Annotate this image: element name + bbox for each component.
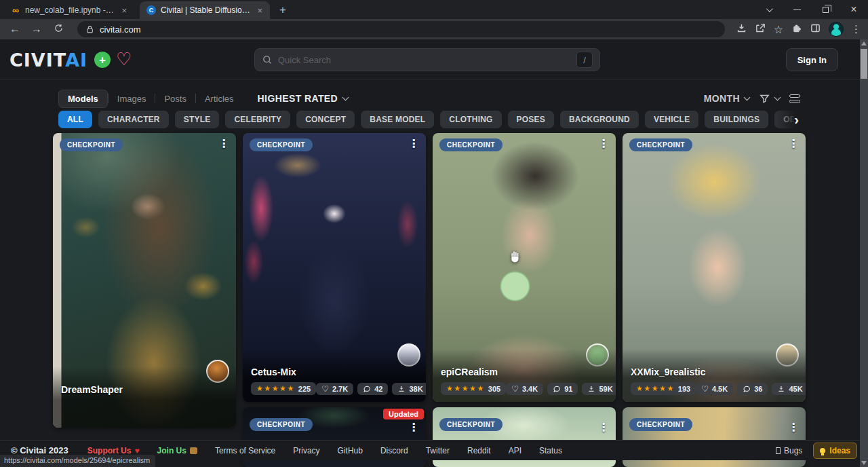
minimize-button[interactable] xyxy=(783,0,811,19)
footer-link-support[interactable]: Support Us♥ xyxy=(87,446,140,455)
comment-icon xyxy=(553,385,561,393)
create-plus-button[interactable]: + xyxy=(94,52,111,68)
chip-character[interactable]: CHARACTER xyxy=(98,111,169,128)
bookmark-star-icon[interactable]: ☆ xyxy=(774,23,783,36)
tab-close-icon[interactable]: × xyxy=(119,5,129,16)
back-icon[interactable]: ← xyxy=(7,23,23,35)
model-card-dreamshaper[interactable]: CHECKPOINT ⋮ DreamShaper xyxy=(53,133,236,428)
search-icon xyxy=(262,54,273,65)
browser-menu-icon[interactable]: ⋮ xyxy=(851,23,861,35)
mouse-cursor xyxy=(509,248,521,266)
favorites-heart-icon[interactable]: ♡ xyxy=(116,49,132,70)
footer-link-api[interactable]: API xyxy=(509,446,521,455)
address-bar[interactable]: civitai.com xyxy=(77,21,725,37)
category-chips: ALL CHARACTER STYLE CELEBRITY CONCEPT BA… xyxy=(58,111,794,129)
chip-all[interactable]: ALL xyxy=(58,111,92,128)
share-icon[interactable] xyxy=(755,22,766,37)
extensions-puzzle-icon[interactable] xyxy=(791,22,802,37)
model-card-xxmix[interactable]: CHECKPOINT ⋮ XXMix_9realistic ★★★★★193 ♡… xyxy=(623,133,806,402)
chips-scroll-right-icon[interactable]: › xyxy=(794,111,799,128)
browser-tab-colab[interactable]: ∞ new_colab_file.ipynb - Colaborat × xyxy=(4,1,134,19)
footer-link-twitter[interactable]: Twitter xyxy=(426,446,450,455)
tab-title: new_colab_file.ipynb - Colaborat xyxy=(25,5,115,15)
chip-clothing[interactable]: CLOTHING xyxy=(440,111,501,128)
reload-icon[interactable] xyxy=(50,23,66,36)
chevron-down-icon xyxy=(342,94,349,100)
chevron-down-icon xyxy=(744,94,751,100)
footer-link-status[interactable]: Status xyxy=(539,446,562,455)
footer-link-github[interactable]: GitHub xyxy=(338,446,363,455)
download-icon xyxy=(397,385,406,393)
model-title: Cetus-Mix xyxy=(251,367,418,377)
forward-icon[interactable]: → xyxy=(28,23,45,35)
chip-vehicle[interactable]: VEHICLE xyxy=(645,111,698,128)
new-tab-button[interactable]: + xyxy=(274,1,292,19)
tab-articles[interactable]: Articles xyxy=(196,90,243,107)
scrollbar-up-icon[interactable] xyxy=(861,41,867,45)
checkpoint-badge: CHECKPOINT xyxy=(250,418,313,431)
chip-celebrity[interactable]: CELEBRITY xyxy=(225,111,290,128)
tab-images[interactable]: Images xyxy=(108,90,155,107)
link-preview-statusbar: https://civitai.com/models/25694/epicrea… xyxy=(0,455,155,467)
tab-search-chevron-icon[interactable] xyxy=(754,0,783,19)
rating-count: 225 xyxy=(298,385,311,393)
side-panel-icon[interactable] xyxy=(810,22,821,37)
browser-tabstrip: ∞ new_colab_file.ipynb - Colaborat × C C… xyxy=(0,0,868,19)
quick-search[interactable]: / xyxy=(254,48,600,71)
card-menu-icon[interactable]: ⋮ xyxy=(406,421,422,434)
scrollbar-down-icon[interactable] xyxy=(861,461,867,465)
browser-tab-civitai[interactable]: C Civitai | Stable Diffusion models, × xyxy=(140,1,270,19)
sort-dropdown[interactable]: HIGHEST RATED xyxy=(258,93,349,104)
footer-link-discord[interactable]: Discord xyxy=(380,446,408,455)
tab-models[interactable]: Models xyxy=(58,90,108,108)
footer-link-join[interactable]: Join Us xyxy=(157,446,197,455)
checkpoint-badge: CHECKPOINT xyxy=(629,138,692,151)
comments-pill: 42 xyxy=(357,383,388,395)
search-input[interactable] xyxy=(278,55,571,65)
period-dropdown[interactable]: MONTH xyxy=(704,93,749,104)
ideas-button[interactable]: Ideas xyxy=(813,443,857,459)
toolbar-icons: ☆ ⋮ xyxy=(736,22,861,37)
copyright-text: © Civitai 2023 xyxy=(11,445,68,455)
chip-poses[interactable]: POSES xyxy=(508,111,554,128)
footer-link-privacy[interactable]: Privacy xyxy=(293,446,319,455)
restore-button[interactable] xyxy=(811,0,840,19)
sign-in-button[interactable]: Sign In xyxy=(786,48,838,71)
model-card-cetus-mix[interactable]: CHECKPOINT ⋮ Cetus-Mix ★★★★★225 ♡2.7K 42… xyxy=(243,133,426,402)
card-menu-icon[interactable]: ⋮ xyxy=(595,137,612,151)
card-title-block: Cetus-Mix ★★★★★225 ♡2.7K 42 38K xyxy=(243,349,426,402)
profile-avatar[interactable] xyxy=(829,22,844,37)
civitai-logo[interactable]: CIVITAI xyxy=(9,50,87,71)
bugs-button[interactable]: Bugs xyxy=(776,446,802,455)
heart-icon: ♡ xyxy=(701,385,709,393)
chip-style[interactable]: STYLE xyxy=(175,111,220,128)
card-menu-icon[interactable]: ⋮ xyxy=(595,421,612,434)
scrollbar-thumb[interactable] xyxy=(861,49,867,79)
footer-link-reddit[interactable]: Reddit xyxy=(467,446,491,455)
card-menu-icon[interactable]: ⋮ xyxy=(785,137,802,151)
comment-icon xyxy=(743,385,751,393)
rating-pill: ★★★★★193 xyxy=(631,382,696,395)
download-icon xyxy=(587,385,595,393)
card-stats: ★★★★★225 ♡2.7K 42 38K xyxy=(251,382,418,395)
tab-posts[interactable]: Posts xyxy=(155,90,195,107)
tab-close-icon[interactable]: × xyxy=(255,5,264,16)
page-scrollbar[interactable] xyxy=(860,39,868,467)
heart-icon: ♡ xyxy=(511,385,519,393)
chip-buildings[interactable]: BUILDINGS xyxy=(705,111,768,128)
card-menu-icon[interactable]: ⋮ xyxy=(216,137,232,151)
content-nav-row: Models Images Posts Articles HIGHEST RAT… xyxy=(58,88,800,109)
download-icon[interactable] xyxy=(736,22,747,37)
model-card-epicrealism[interactable]: CHECKPOINT ⋮ epiCRealism ★★★★★305 ♡3.4K … xyxy=(433,133,616,402)
chip-concept[interactable]: CONCEPT xyxy=(296,111,355,128)
close-button[interactable]: × xyxy=(840,0,868,19)
filter-funnel-icon xyxy=(759,93,770,105)
rating-count: 193 xyxy=(678,385,690,393)
layout-toggle-icon[interactable] xyxy=(789,94,800,103)
chip-background[interactable]: BACKGROUND xyxy=(560,111,639,128)
card-menu-icon[interactable]: ⋮ xyxy=(785,421,802,434)
filter-dropdown[interactable] xyxy=(759,93,780,105)
footer-link-terms[interactable]: Terms of Service xyxy=(215,446,275,455)
card-menu-icon[interactable]: ⋮ xyxy=(406,137,422,151)
chip-base-model[interactable]: BASE MODEL xyxy=(361,111,434,128)
